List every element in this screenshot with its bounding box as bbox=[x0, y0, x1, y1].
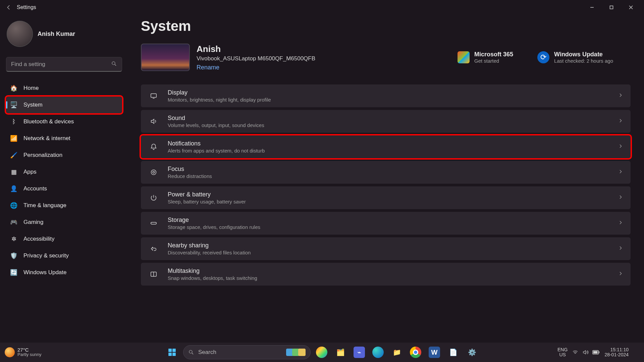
weather-widget[interactable]: 27°C Partly sunny bbox=[5, 347, 42, 357]
clock[interactable]: 15:11:10 28-01-2024 bbox=[604, 347, 629, 358]
notifications-tray-icon[interactable] bbox=[633, 349, 639, 356]
taskbar-app-notepad[interactable]: 📄 bbox=[445, 345, 461, 360]
nav-icon: 🔄 bbox=[10, 269, 17, 276]
setting-desc: Volume levels, output, input, sound devi… bbox=[168, 122, 264, 128]
m365-icon bbox=[458, 51, 470, 63]
taskbar-app-explorer[interactable]: 🗂️ bbox=[333, 345, 348, 360]
volume-icon bbox=[582, 349, 588, 355]
update-icon: ⟳ bbox=[537, 51, 549, 63]
taskbar-app-files[interactable]: 📁 bbox=[389, 345, 405, 360]
taskbar-app-edge[interactable] bbox=[370, 345, 386, 360]
setting-notifications[interactable]: NotificationsAlerts from apps and system… bbox=[141, 135, 631, 158]
windows-update-tile[interactable]: ⟳ Windows Update Last checked: 2 hours a… bbox=[537, 51, 613, 64]
wu-sub: Last checked: 2 hours ago bbox=[554, 58, 613, 64]
svg-rect-14 bbox=[593, 351, 598, 353]
taskbar-app-settings[interactable]: ⚙️ bbox=[464, 345, 480, 360]
nav-list: 🏠Home🖥️SystemᛒBluetooth & devices📶Networ… bbox=[6, 80, 122, 281]
language-indicator[interactable]: ENG US bbox=[557, 347, 568, 358]
profile-block[interactable]: Anish Kumar bbox=[6, 21, 122, 47]
nav-label: Home bbox=[23, 85, 39, 92]
setting-title: Storage bbox=[168, 217, 260, 224]
nav-item-gaming[interactable]: 🎮Gaming bbox=[6, 214, 122, 231]
nav-item-privacy-security[interactable]: 🛡️Privacy & security bbox=[6, 247, 122, 264]
svg-rect-5 bbox=[151, 222, 157, 224]
nav-item-accessibility[interactable]: ✲Accessibility bbox=[6, 231, 122, 247]
settings-search[interactable] bbox=[6, 57, 122, 72]
setting-title: Sound bbox=[168, 115, 264, 122]
nav-icon: 👤 bbox=[10, 185, 17, 192]
chevron-right-icon bbox=[618, 118, 623, 125]
nav-icon: ✲ bbox=[10, 235, 17, 243]
nav-item-apps[interactable]: ▦Apps bbox=[6, 164, 122, 180]
setting-storage[interactable]: StorageStorage space, drives, configurat… bbox=[141, 212, 631, 235]
chevron-right-icon bbox=[618, 93, 623, 99]
user-name: Anish Kumar bbox=[38, 31, 75, 38]
nav-item-personalization[interactable]: 🖌️Personalization bbox=[6, 147, 122, 164]
nav-icon: 🏠 bbox=[10, 84, 17, 92]
taskbar-app-generic[interactable]: ⌁ bbox=[352, 345, 367, 360]
setting-desc: Storage space, drives, configuration rul… bbox=[168, 224, 260, 230]
battery-icon bbox=[592, 350, 600, 355]
focus-icon bbox=[148, 167, 159, 178]
window-maximize[interactable] bbox=[602, 0, 621, 15]
svg-rect-13 bbox=[599, 351, 600, 353]
taskbar-search[interactable]: Search bbox=[183, 345, 311, 359]
setting-power[interactable]: Power & batterySleep, battery usage, bat… bbox=[141, 186, 631, 209]
storage-icon bbox=[148, 218, 159, 229]
taskbar-app-word[interactable]: W bbox=[427, 345, 442, 360]
device-thumbnail[interactable] bbox=[141, 44, 190, 71]
setting-desc: Reduce distractions bbox=[168, 173, 212, 179]
avatar bbox=[7, 21, 33, 47]
setting-title: Focus bbox=[168, 166, 212, 173]
setting-sound[interactable]: SoundVolume levels, output, input, sound… bbox=[141, 110, 631, 133]
taskbar: 27°C Partly sunny Search 🗂️ ⌁ 📁 W 📄 ⚙️ E… bbox=[0, 343, 644, 362]
tray-overflow[interactable] bbox=[548, 350, 553, 355]
nav-item-system[interactable]: 🖥️System bbox=[6, 97, 122, 113]
svg-rect-7 bbox=[168, 349, 172, 352]
taskbar-search-placeholder: Search bbox=[198, 349, 216, 356]
svg-rect-8 bbox=[172, 349, 176, 352]
app-title: Settings bbox=[17, 4, 36, 10]
nav-item-home[interactable]: 🏠Home bbox=[6, 80, 122, 97]
start-button[interactable] bbox=[164, 345, 180, 360]
back-button[interactable] bbox=[3, 2, 14, 13]
nav-item-bluetooth-devices[interactable]: ᛒBluetooth & devices bbox=[6, 113, 122, 130]
system-tray[interactable] bbox=[572, 349, 600, 355]
device-model: Vivobook_ASUSLaptop M6500QF_M6500QFB bbox=[197, 55, 315, 62]
setting-focus[interactable]: FocusReduce distractions bbox=[141, 161, 631, 184]
nav-label: Personalization bbox=[23, 152, 62, 159]
nav-icon: 🎮 bbox=[10, 219, 17, 226]
setting-display[interactable]: DisplayMonitors, brightness, night light… bbox=[141, 84, 631, 107]
taskbar-app-chrome[interactable] bbox=[408, 345, 423, 360]
nav-item-windows-update[interactable]: 🔄Windows Update bbox=[6, 264, 122, 281]
page-title: System bbox=[141, 18, 631, 34]
nav-icon: 📶 bbox=[10, 135, 17, 142]
setting-title: Multitasking bbox=[168, 267, 257, 275]
nearby-icon bbox=[148, 243, 159, 254]
nav-item-time-language[interactable]: 🌐Time & language bbox=[6, 197, 122, 214]
nav-icon: 🛡️ bbox=[10, 252, 17, 259]
chevron-right-icon bbox=[618, 143, 623, 150]
chevron-right-icon bbox=[618, 245, 623, 252]
nav-label: Accessibility bbox=[23, 236, 55, 242]
chevron-right-icon bbox=[618, 169, 623, 176]
titlebar: Settings bbox=[0, 0, 644, 15]
setting-multitask[interactable]: MultitaskingSnap windows, desktops, task… bbox=[141, 263, 631, 286]
setting-desc: Discoverability, received files location bbox=[168, 250, 251, 255]
setting-desc: Sleep, battery usage, battery saver bbox=[168, 199, 246, 204]
setting-title: Power & battery bbox=[168, 191, 246, 198]
setting-nearby[interactable]: Nearby sharingDiscoverability, received … bbox=[141, 237, 631, 260]
window-close[interactable] bbox=[621, 0, 641, 15]
display-icon bbox=[148, 90, 159, 101]
nav-item-network-internet[interactable]: 📶Network & internet bbox=[6, 130, 122, 147]
settings-search-input[interactable] bbox=[11, 61, 111, 68]
taskbar-app-copilot[interactable] bbox=[314, 345, 329, 360]
nav-icon: 🌐 bbox=[10, 202, 17, 209]
nav-label: Bluetooth & devices bbox=[23, 118, 74, 125]
nav-item-accounts[interactable]: 👤Accounts bbox=[6, 180, 122, 197]
m365-tile[interactable]: Microsoft 365 Get started bbox=[458, 51, 513, 64]
wifi-icon bbox=[572, 349, 578, 355]
rename-link[interactable]: Rename bbox=[197, 64, 219, 71]
device-name: Anish bbox=[197, 44, 315, 54]
window-minimize[interactable] bbox=[582, 0, 602, 15]
